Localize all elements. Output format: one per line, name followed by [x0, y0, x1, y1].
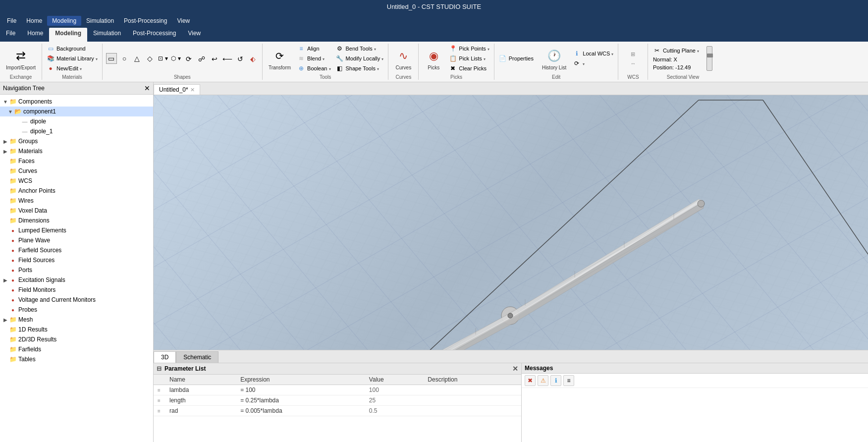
- background-button[interactable]: ▭ Background: [45, 44, 99, 53]
- tree-item-voxel-data[interactable]: 📁Voxel Data: [0, 206, 153, 216]
- history-list-button[interactable]: 🕐 History List: [539, 46, 569, 71]
- param-list-close-button[interactable]: ✕: [512, 365, 518, 373]
- tree-item-faces[interactable]: 📁Faces: [0, 156, 153, 166]
- nav-tree-content[interactable]: ▼📁Components▼📂component1—dipole—dipole_1…: [0, 95, 153, 442]
- shape-cyl-button[interactable]: △: [131, 53, 143, 64]
- tree-expander[interactable]: ▼: [2, 98, 9, 105]
- pick-lists-button[interactable]: 📋 Pick Lists ▾: [447, 54, 490, 63]
- param-row[interactable]: ≡length= 0.25*lambda25: [154, 395, 521, 406]
- shape-brick-button[interactable]: ▭: [106, 53, 117, 64]
- tree-item-dipole[interactable]: —dipole: [0, 116, 153, 126]
- shape-row2-1[interactable]: ⟳: [183, 53, 195, 65]
- viewport[interactable]: [154, 95, 868, 350]
- shape-row2-6[interactable]: ⬖: [247, 53, 259, 65]
- view-tab-close-button[interactable]: ✕: [190, 87, 195, 93]
- tree-item-1d-results[interactable]: 📁1D Results: [0, 325, 153, 334]
- tree-item-farfields[interactable]: 📁Farfields: [0, 344, 153, 354]
- param-row-name[interactable]: length: [165, 395, 236, 406]
- tree-item-materials[interactable]: ▶📁Materials: [0, 146, 153, 156]
- ribbon-tab-postprocessing[interactable]: Post-Processing: [127, 28, 182, 42]
- shape-tools-button[interactable]: ◧ Shape Tools ▾: [334, 64, 385, 73]
- tree-expander[interactable]: ▶: [2, 276, 9, 283]
- msg-warning-button[interactable]: ⚠: [538, 375, 548, 386]
- cutting-plane-button[interactable]: ✂ Cutting Plane ▾: [651, 46, 701, 55]
- tree-item-components[interactable]: ▼📁Components: [0, 97, 153, 107]
- blend-button[interactable]: ≋ Blend ▾: [296, 54, 332, 63]
- wcs-align-button[interactable]: ⟳ ▾: [571, 59, 615, 68]
- msg-list-button[interactable]: ≡: [563, 375, 574, 386]
- shape-extra-button[interactable]: ⬡ ▾: [170, 53, 182, 64]
- tree-item-mesh[interactable]: ▶📁Mesh: [0, 315, 153, 325]
- menu-item-view[interactable]: View: [172, 16, 195, 26]
- tree-expander[interactable]: ▶: [2, 316, 9, 323]
- ribbon-tab-simulation[interactable]: Simulation: [87, 28, 127, 42]
- shape-row2-3[interactable]: ↩: [209, 53, 220, 65]
- param-row-name[interactable]: lambda: [165, 385, 236, 395]
- param-row-description[interactable]: [424, 406, 521, 416]
- msg-info-button[interactable]: ℹ: [550, 375, 561, 386]
- tree-item-wcs[interactable]: 📁WCS: [0, 176, 153, 186]
- pick-points-button[interactable]: 📍 Pick Points ▾: [447, 44, 490, 53]
- tree-item-tables[interactable]: 📁Tables: [0, 354, 153, 364]
- tree-item-field-monitors[interactable]: ●Field Monitors: [0, 285, 153, 295]
- tree-expander[interactable]: ▼: [7, 108, 14, 115]
- param-row-expression[interactable]: = 0.005*lambda: [236, 406, 365, 416]
- ribbon-tab-home[interactable]: Home: [21, 28, 49, 42]
- shape-row2-2[interactable]: ☍: [196, 53, 208, 65]
- shape-sphere-button[interactable]: ○: [118, 53, 130, 64]
- new-edit-button[interactable]: ● New/Edit ▾: [45, 64, 99, 73]
- param-row-expression[interactable]: = 0.25*lambda: [236, 395, 365, 406]
- tree-expander[interactable]: ▶: [2, 138, 9, 145]
- shape-cone-button[interactable]: ◇: [144, 53, 156, 64]
- tree-item-farfield-sources[interactable]: ●Farfield Sources: [0, 245, 153, 255]
- menu-item-post-processing[interactable]: Post-Processing: [119, 16, 172, 26]
- menu-item-modeling[interactable]: Modeling: [47, 16, 81, 26]
- bend-tools-button[interactable]: ⚙ Bend Tools ▾: [334, 44, 385, 53]
- material-library-button[interactable]: 📚 Material Library ▾: [45, 54, 99, 63]
- msg-clear-button[interactable]: ✖: [525, 375, 536, 386]
- param-row[interactable]: ≡lambda= 100100: [154, 385, 521, 395]
- tree-item-ports[interactable]: ●Ports: [0, 265, 153, 275]
- tab-schematic[interactable]: Schematic: [176, 351, 218, 363]
- modify-locally-button[interactable]: 🔧 Modify Locally ▾: [334, 54, 385, 63]
- ribbon-tab-modeling[interactable]: Modeling: [49, 28, 87, 42]
- param-row-description[interactable]: [424, 385, 521, 395]
- align-button[interactable]: ≡ Align: [296, 44, 332, 53]
- picks-button[interactable]: ◉ Picks: [422, 46, 445, 71]
- boolean-button[interactable]: ⊕ Boolean ▾: [296, 64, 332, 73]
- shape-more-button[interactable]: ⊡ ▾: [157, 53, 169, 64]
- import-export-button[interactable]: ⇄ Import/Export: [3, 46, 39, 71]
- curves-button[interactable]: ∿ Curves: [391, 46, 415, 71]
- ribbon-tab-file[interactable]: File: [0, 28, 21, 42]
- tree-item-component1[interactable]: ▼📂component1: [0, 107, 153, 116]
- param-row-name[interactable]: rad: [165, 406, 236, 416]
- tree-item-curves[interactable]: 📁Curves: [0, 166, 153, 176]
- menu-item-file[interactable]: File: [2, 16, 21, 26]
- tree-item-field-sources[interactable]: ●Field Sources: [0, 255, 153, 265]
- menu-item-home[interactable]: Home: [21, 16, 47, 26]
- tree-item-voltage-and-current-monitors[interactable]: ●Voltage and Current Monitors: [0, 295, 153, 305]
- properties-button[interactable]: 📄 Properties: [497, 54, 535, 63]
- tree-item-anchor-points[interactable]: 📁Anchor Points: [0, 186, 153, 196]
- tree-item-dimensions[interactable]: 📁Dimensions: [0, 216, 153, 225]
- shape-row2-4[interactable]: ⟵: [221, 53, 233, 65]
- param-row-description[interactable]: [424, 395, 521, 406]
- tree-item-excitation-signals[interactable]: ▶●Excitation Signals: [0, 275, 153, 285]
- tree-item-plane-wave[interactable]: ●Plane Wave: [0, 235, 153, 245]
- menu-item-simulation[interactable]: Simulation: [81, 16, 119, 26]
- tree-item-groups[interactable]: ▶📁Groups: [0, 136, 153, 146]
- shape-row2-5[interactable]: ↺: [234, 53, 246, 65]
- wcs-btn1[interactable]: ⊞: [626, 50, 640, 58]
- tree-expander[interactable]: ▶: [2, 148, 9, 155]
- param-row[interactable]: ≡rad= 0.005*lambda0.5: [154, 406, 521, 416]
- param-row-expression[interactable]: = 100: [236, 385, 365, 395]
- wcs-btn2[interactable]: ↔: [626, 59, 640, 67]
- tree-item-2d3d-results[interactable]: 📁2D/3D Results: [0, 334, 153, 344]
- view-tab-untitled[interactable]: Untitled_0* ✕: [154, 84, 200, 95]
- local-wcs-button[interactable]: ℹ Local WCS ▾: [571, 49, 615, 58]
- ribbon-tab-view[interactable]: View: [182, 28, 207, 42]
- tree-item-dipole1[interactable]: —dipole_1: [0, 126, 153, 136]
- tab-3d[interactable]: 3D: [154, 351, 176, 363]
- clear-picks-button[interactable]: ✖ Clear Picks: [447, 64, 490, 73]
- tree-item-probes[interactable]: ●Probes: [0, 305, 153, 315]
